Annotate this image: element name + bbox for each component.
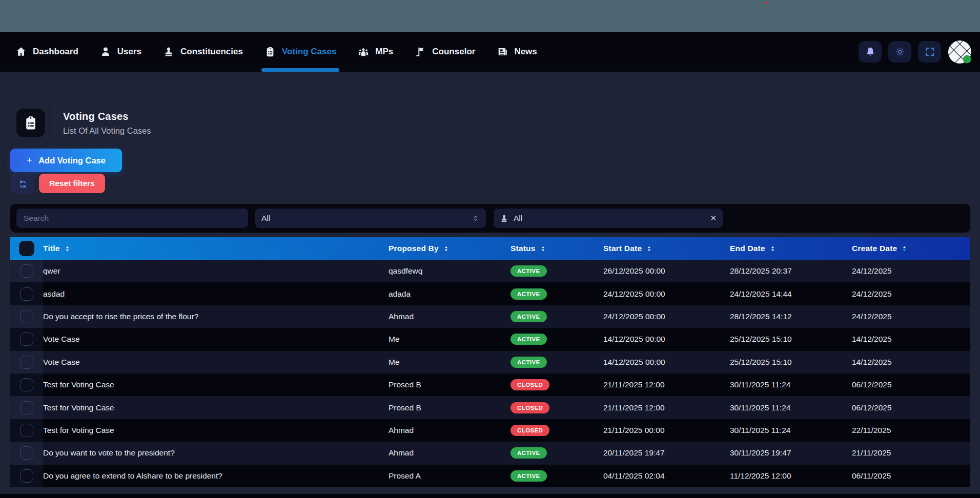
status-badge: ACTIVE: [511, 288, 547, 300]
clear-filter-icon[interactable]: ✕: [710, 214, 717, 223]
column-label: Status: [511, 244, 536, 253]
nav-item-voting-cases[interactable]: Voting Cases: [264, 32, 336, 72]
row-checkbox[interactable]: [20, 378, 33, 391]
cell-end-date: 24/12/2025 14:44: [730, 289, 852, 299]
user-icon: [100, 46, 111, 57]
refresh-icon: [18, 179, 28, 189]
cell-create-date: 24/12/2025: [852, 289, 970, 299]
home-icon: [15, 46, 27, 57]
cell-end-date: 25/12/2025 15:10: [730, 358, 852, 367]
nav-item-news[interactable]: News: [497, 32, 537, 72]
cell-title: Test for Voting Case: [43, 380, 389, 389]
cell-create-date: 22/11/2025: [852, 426, 970, 435]
row-checkbox[interactable]: [20, 264, 33, 278]
bell-icon: [865, 46, 876, 57]
cell-end-date: 30/11/2025 19:47: [730, 448, 852, 458]
cell-create-date: 06/11/2025: [852, 471, 970, 481]
nav-actions: [859, 40, 972, 64]
cell-start-date: 21/11/2025 12:00: [603, 380, 730, 389]
online-status-dot: [963, 55, 971, 63]
notifications-button[interactable]: [859, 41, 882, 63]
table-row[interactable]: qwer qasdfewq ACTIVE 26/12/2025 00:00 28…: [10, 260, 970, 282]
clipboard-icon: [264, 46, 276, 57]
search-input[interactable]: [16, 209, 248, 228]
table-row[interactable]: Do you want to vote to the president? Ah…: [10, 442, 970, 464]
constituency-filter-value: All: [514, 214, 705, 223]
status-badge: ACTIVE: [511, 447, 547, 459]
row-checkbox[interactable]: [20, 401, 33, 414]
cell-end-date: 25/12/2025 15:10: [730, 335, 852, 344]
row-checkbox[interactable]: [20, 356, 33, 369]
row-checkbox[interactable]: [20, 424, 33, 437]
select-all-checkbox[interactable]: [19, 241, 34, 256]
table-row[interactable]: Do you accept to rise the prices of the …: [10, 305, 970, 328]
reset-filters-button[interactable]: Reset filters: [39, 174, 105, 193]
cell-status: ACTIVE: [511, 357, 603, 368]
row-checkbox-cell: [10, 328, 43, 350]
cell-status: ACTIVE: [511, 470, 603, 482]
nav-label: Constituencies: [180, 47, 243, 57]
add-voting-case-button[interactable]: + Add Voting Case: [10, 149, 122, 172]
voting-cases-table: Title Proposed By Status Start Date End …: [10, 237, 970, 487]
table-row[interactable]: Test for Voting Case Prosed B CLOSED 21/…: [10, 396, 970, 419]
add-button-label: Add Voting Case: [38, 156, 106, 165]
row-checkbox[interactable]: [20, 310, 33, 323]
cell-status: ACTIVE: [511, 288, 603, 300]
page-header: Voting Cases List Of All Voting Cases: [16, 105, 151, 141]
cell-proposed-by: adada: [389, 289, 511, 299]
table-row[interactable]: Vote Case Me ACTIVE 14/12/2025 00:00 25/…: [10, 328, 970, 350]
cell-title: Vote Case: [43, 335, 389, 344]
row-checkbox[interactable]: [20, 446, 33, 460]
refresh-filters-button[interactable]: [11, 174, 34, 194]
status-badge: ACTIVE: [511, 357, 547, 368]
sort-icon: [645, 245, 653, 253]
nav-item-constituencies[interactable]: Constituencies: [163, 32, 243, 72]
column-header-end-date[interactable]: End Date: [730, 244, 852, 253]
table-row[interactable]: Test for Voting Case Ahmad CLOSED 21/11/…: [10, 419, 970, 442]
constituency-filter-select[interactable]: All ✕: [494, 209, 723, 228]
cell-create-date: 06/12/2025: [852, 380, 970, 389]
table-row[interactable]: Vote Case Me ACTIVE 14/12/2025 00:00 25/…: [10, 351, 970, 374]
nav-label: MPs: [375, 47, 393, 57]
row-checkbox-cell: [10, 260, 43, 282]
theme-toggle-button[interactable]: [888, 41, 911, 63]
column-header-create-date[interactable]: Create Date: [852, 244, 970, 253]
nav-item-mps[interactable]: MPs: [358, 32, 393, 72]
cell-title: Test for Voting Case: [43, 426, 389, 435]
cell-end-date: 30/11/2025 11:24: [730, 380, 852, 389]
cell-title: Test for Voting Case: [43, 403, 389, 412]
avatar[interactable]: [948, 40, 972, 64]
status-badge: ACTIVE: [511, 311, 547, 322]
column-header-status[interactable]: Status: [511, 244, 603, 253]
row-checkbox-cell: [10, 442, 43, 464]
main-nav: Dashboard Users Constituencies Voting Ca…: [0, 32, 980, 72]
column-header-start-date[interactable]: Start Date: [603, 244, 730, 253]
table-row[interactable]: Test for Voting Case Prosed B CLOSED 21/…: [10, 374, 970, 396]
cell-start-date: 24/12/2025 00:00: [603, 289, 730, 299]
top-strip-marker: [765, 1, 769, 5]
table-row[interactable]: asdad adada ACTIVE 24/12/2025 00:00 24/1…: [10, 282, 970, 305]
fullscreen-button[interactable]: [918, 41, 941, 63]
nav-item-counselor[interactable]: Counselor: [415, 32, 475, 72]
row-checkbox-cell: [10, 282, 43, 305]
app-window: Dashboard Users Constituencies Voting Ca…: [0, 0, 980, 498]
nav-label: Voting Cases: [282, 47, 336, 57]
status-filter-select[interactable]: All: [255, 209, 486, 228]
column-header-proposed-by[interactable]: Proposed By: [389, 244, 511, 253]
row-checkbox-cell: [10, 351, 43, 374]
nav-item-users[interactable]: Users: [100, 32, 141, 72]
row-checkbox[interactable]: [20, 333, 33, 346]
nav-label: Users: [117, 47, 141, 57]
cell-proposed-by: Prosed B: [389, 403, 511, 412]
column-header-title[interactable]: Title: [43, 244, 389, 253]
cell-start-date: 14/12/2025 00:00: [603, 335, 730, 344]
row-checkbox[interactable]: [20, 287, 33, 301]
nav-item-dashboard[interactable]: Dashboard: [15, 32, 78, 72]
status-badge: ACTIVE: [511, 470, 547, 482]
table-row[interactable]: Do you agree to extend to Alshare to be …: [10, 465, 970, 487]
table-header: Title Proposed By Status Start Date End …: [10, 237, 970, 260]
cell-title: Do you accept to rise the prices of the …: [43, 312, 389, 321]
cell-create-date: 14/12/2025: [852, 335, 970, 344]
cell-end-date: 30/11/2025 11:24: [730, 403, 852, 412]
row-checkbox[interactable]: [20, 469, 33, 483]
